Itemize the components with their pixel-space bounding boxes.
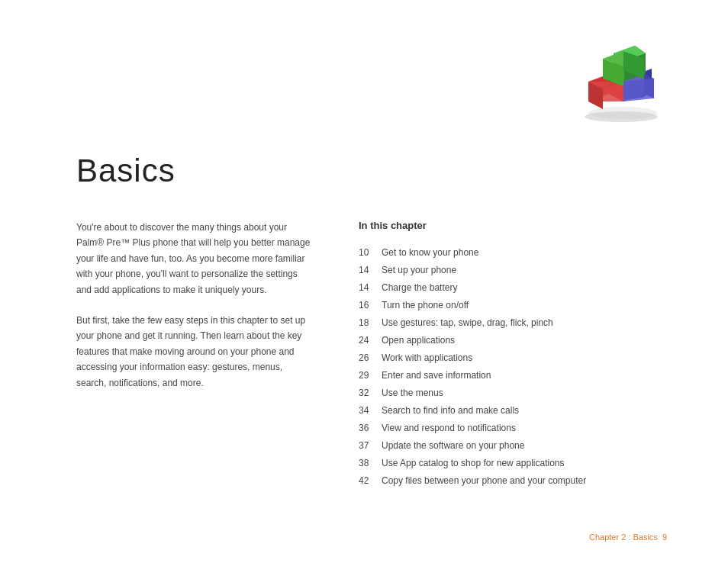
toc-row: 34 Search to find info and make calls [359,401,667,419]
toc-row: 37 Update the software on your phone [359,436,667,454]
toc-table: 10 Get to know your phone 14 Set up your… [359,243,667,489]
svg-marker-19 [623,79,654,101]
toc-row: 10 Get to know your phone [359,243,667,261]
toc-item-text: Open applications [382,331,667,349]
toc-row: 29 Enter and save information [359,366,667,384]
toc-page-num: 34 [359,401,382,419]
toc-row: 32 Use the menus [359,384,667,401]
toc-page-num: 14 [359,261,382,278]
toc-item-text: Copy files between your phone and your c… [382,471,667,489]
toc-page-num: 10 [359,243,382,261]
intro-paragraph-1: You're about to discover the many things… [76,220,313,298]
toc-item-text: Work with applications [382,349,667,366]
toc-row: 16 Turn the phone on/off [359,296,667,314]
svg-marker-26 [623,51,644,79]
page: Basics You're about to discover the many… [0,0,728,563]
toc-item-text: Enter and save information [382,366,667,384]
footer-page-number: 9 [662,532,667,542]
toc-page-num: 16 [359,296,382,314]
svg-point-16 [585,111,658,122]
chapter-title: Basics [76,153,667,189]
toc-row: 14 Set up your phone [359,261,667,278]
toc-item-text: Use App catalog to shop for new applicat… [382,454,667,471]
toc-page-num: 14 [359,278,382,296]
toc-row: 18 Use gestures: tap, swipe, drag, flick… [359,314,667,331]
toc-item-text: Get to know your phone [382,243,667,261]
left-column: You're about to discover the many things… [76,220,313,489]
toc-row: 26 Work with applications [359,349,667,366]
toc-item-text: Charge the battery [382,278,667,296]
main-content: Basics You're about to discover the many… [76,153,667,489]
toc-page-num: 32 [359,384,382,401]
blocks-illustration-2 [572,27,671,126]
intro-paragraph-2: But first, take the few easy steps in th… [76,313,313,391]
toc-row: 24 Open applications [359,331,667,349]
toc-page-num: 37 [359,436,382,454]
toc-item-text: Set up your phone [382,261,667,278]
toc-item-text: Use gestures: tap, swipe, drag, flick, p… [382,314,667,331]
toc-item-text: View and respond to notifications [382,419,667,436]
toc-page-num: 42 [359,471,382,489]
toc-page-num: 18 [359,314,382,331]
toc-page-num: 24 [359,331,382,349]
toc-page-num: 26 [359,349,382,366]
toc-heading: In this chapter [359,220,667,231]
toc-item-text: Search to find info and make calls [382,401,667,419]
toc-page-num: 29 [359,366,382,384]
two-column-layout: You're about to discover the many things… [76,220,667,489]
toc-page-num: 38 [359,454,382,471]
toc-row: 38 Use App catalog to shop for new appli… [359,454,667,471]
toc-item-text: Use the menus [382,384,667,401]
toc-item-text: Turn the phone on/off [382,296,667,314]
right-column: In this chapter 10 Get to know your phon… [359,220,667,489]
footer: Chapter 2 : Basics 9 [589,532,667,542]
footer-chapter-label: Chapter 2 : Basics [589,532,658,542]
toc-item-text: Update the software on your phone [382,436,667,454]
toc-row: 36 View and respond to notifications [359,419,667,436]
toc-page-num: 36 [359,419,382,436]
toc-row: 42 Copy files between your phone and you… [359,471,667,489]
toc-row: 14 Charge the battery [359,278,667,296]
